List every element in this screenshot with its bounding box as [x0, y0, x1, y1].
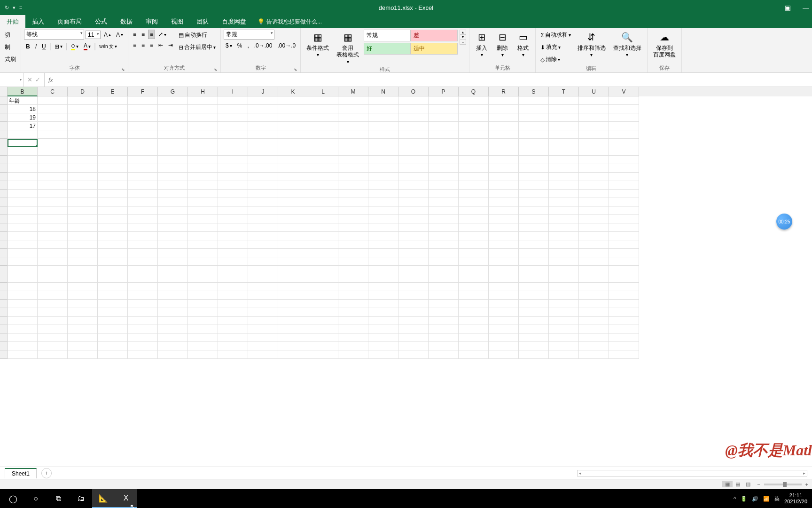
cell[interactable] [459, 333, 489, 342]
cell[interactable] [188, 173, 218, 181]
cell[interactable] [38, 130, 68, 139]
copy-button[interactable]: 制 [3, 42, 18, 53]
cell[interactable] [368, 291, 398, 300]
cell[interactable] [489, 283, 519, 291]
cell[interactable] [549, 113, 579, 122]
cell[interactable] [128, 240, 158, 249]
cell[interactable] [338, 147, 368, 156]
cell[interactable] [459, 173, 489, 181]
cell[interactable] [158, 198, 188, 206]
cell[interactable] [398, 206, 429, 215]
row-header[interactable] [0, 147, 8, 156]
cell[interactable] [308, 300, 338, 308]
cell[interactable] [368, 232, 398, 240]
cell[interactable] [128, 333, 158, 342]
cell[interactable] [609, 156, 639, 164]
cell[interactable] [8, 215, 38, 223]
cell[interactable] [489, 308, 519, 317]
row-header[interactable] [0, 333, 8, 342]
merge-center-button[interactable]: ⊟ 合并后居中 ▾ [177, 42, 218, 53]
cell[interactable] [368, 266, 398, 274]
cell[interactable] [188, 113, 218, 122]
cell[interactable] [398, 130, 429, 139]
cell[interactable] [579, 240, 609, 249]
cell[interactable] [248, 291, 278, 300]
start-button[interactable]: ◯ [2, 489, 24, 508]
cell[interactable] [489, 122, 519, 130]
cell[interactable]: 年龄 [8, 96, 38, 105]
cell[interactable] [519, 181, 549, 190]
cell[interactable] [158, 181, 188, 190]
number-format-combo[interactable]: 常规 [224, 30, 274, 40]
cell[interactable] [68, 96, 98, 105]
cell[interactable] [128, 291, 158, 300]
cell[interactable] [368, 139, 398, 147]
column-header[interactable]: V [609, 87, 639, 96]
cell[interactable] [459, 291, 489, 300]
cell[interactable] [459, 257, 489, 266]
cell[interactable] [278, 257, 308, 266]
cell[interactable] [248, 215, 278, 223]
cell[interactable] [368, 342, 398, 350]
cell[interactable] [128, 317, 158, 325]
qat-dropdown-icon[interactable]: ▾ [13, 5, 16, 11]
cell[interactable] [609, 342, 639, 350]
cell[interactable] [128, 164, 158, 173]
cell[interactable] [218, 173, 248, 181]
cell[interactable] [158, 274, 188, 283]
cell[interactable] [549, 342, 579, 350]
cell[interactable] [158, 232, 188, 240]
cell[interactable] [188, 317, 218, 325]
cell[interactable] [519, 130, 549, 139]
cell[interactable] [248, 257, 278, 266]
row-header[interactable] [0, 181, 8, 190]
cell[interactable] [8, 198, 38, 206]
cell[interactable] [429, 190, 459, 198]
cell[interactable] [278, 190, 308, 198]
cell[interactable] [549, 266, 579, 274]
fill-button[interactable]: ⬇ 填充 ▾ [539, 42, 572, 53]
tab-home[interactable]: 开始 [0, 15, 25, 28]
cell[interactable] [519, 283, 549, 291]
cell[interactable] [68, 147, 98, 156]
cell[interactable] [579, 308, 609, 317]
cell[interactable] [429, 181, 459, 190]
matlab-button[interactable]: 📐 [92, 489, 115, 508]
cell[interactable] [8, 274, 38, 283]
cell[interactable] [579, 223, 609, 232]
horizontal-scrollbar[interactable]: ◂▸ [577, 470, 807, 476]
cell[interactable] [338, 105, 368, 113]
cell[interactable] [158, 173, 188, 181]
column-header[interactable]: E [98, 87, 128, 96]
cell[interactable] [338, 96, 368, 105]
cell[interactable] [579, 249, 609, 257]
cell[interactable] [519, 190, 549, 198]
row-header[interactable] [0, 249, 8, 257]
cell[interactable] [68, 223, 98, 232]
cell[interactable] [218, 223, 248, 232]
save-to-baidu-button[interactable]: ☁保存到 百度网盘 [650, 30, 679, 59]
cell[interactable] [278, 232, 308, 240]
cell[interactable] [98, 257, 128, 266]
cell[interactable] [459, 274, 489, 283]
column-header[interactable]: U [579, 87, 609, 96]
minimize-icon[interactable]: — [803, 4, 809, 11]
tab-data[interactable]: 数据 [114, 15, 139, 28]
cell[interactable] [308, 147, 338, 156]
cell[interactable] [368, 181, 398, 190]
cell[interactable] [38, 190, 68, 198]
cell[interactable] [549, 139, 579, 147]
cell[interactable] [188, 147, 218, 156]
cell[interactable] [158, 139, 188, 147]
align-left-button[interactable]: ≡ [131, 40, 138, 50]
cell[interactable] [188, 223, 218, 232]
cell[interactable] [429, 266, 459, 274]
cell[interactable] [278, 156, 308, 164]
cell[interactable] [218, 156, 248, 164]
cell[interactable] [158, 206, 188, 215]
cell[interactable] [429, 223, 459, 232]
cell[interactable] [368, 147, 398, 156]
cell[interactable] [459, 350, 489, 359]
cell[interactable] [218, 342, 248, 350]
cell[interactable] [549, 215, 579, 223]
